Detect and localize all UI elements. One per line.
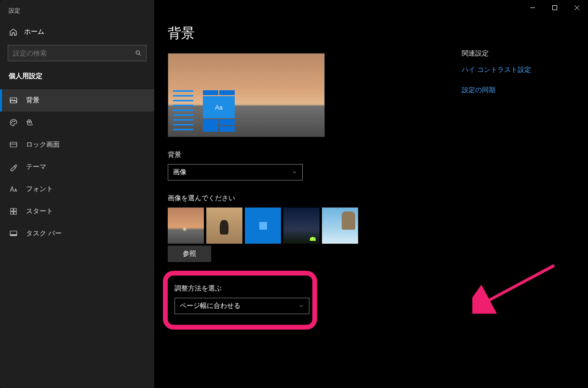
sidebar: 設定 ホーム 個人用設定 背景 色 ロック画面 テーマ — [0, 0, 154, 388]
search-input[interactable] — [8, 49, 131, 57]
image-thumbnails — [168, 208, 438, 244]
nav-item-lockscreen[interactable]: ロック画面 — [0, 134, 154, 156]
thumbnail-3[interactable] — [245, 208, 281, 244]
nav-item-start[interactable]: スタート — [0, 200, 154, 222]
color-icon — [9, 118, 18, 127]
svg-rect-9 — [14, 208, 16, 211]
maximize-button[interactable] — [544, 0, 566, 15]
search-icon — [131, 50, 146, 56]
related-settings-heading: 関連設定 — [462, 49, 531, 58]
link-sync-settings[interactable]: 設定の同期 — [462, 86, 531, 95]
nav-label: 背景 — [26, 96, 40, 105]
fit-select-label: 調整方法を選ぶ — [174, 284, 306, 293]
link-high-contrast[interactable]: ハイ コントラスト設定 — [462, 66, 531, 74]
background-icon — [9, 96, 18, 105]
browse-button[interactable]: 参照 — [168, 246, 211, 262]
home-label: ホーム — [24, 28, 44, 36]
section-label: 個人用設定 — [0, 72, 154, 89]
preview-aa: Aa — [203, 96, 235, 118]
background-select-label: 背景 — [168, 151, 438, 159]
home-icon — [9, 28, 17, 36]
nav-item-colors[interactable]: 色 — [0, 111, 154, 134]
font-icon — [9, 184, 18, 194]
svg-point-5 — [14, 121, 15, 122]
fit-select[interactable]: ページ幅に合わせる — [174, 298, 309, 314]
nav-label: タスク バー — [26, 229, 62, 238]
nav-label: テーマ — [26, 163, 46, 171]
nav-item-fonts[interactable]: フォント — [0, 178, 154, 200]
start-icon — [9, 207, 18, 216]
theme-icon — [9, 162, 18, 172]
svg-rect-11 — [14, 212, 16, 214]
thumbnail-2[interactable] — [206, 208, 242, 244]
svg-line-1 — [139, 54, 140, 55]
nav-item-background[interactable]: 背景 — [0, 89, 154, 111]
window-controls — [521, 0, 588, 15]
main-panel: 背景 Aa 背景 画像 画像を選んでください — [154, 0, 588, 388]
minimize-button[interactable] — [521, 0, 544, 15]
annotation-highlight: 調整方法を選ぶ ページ幅に合わせる — [163, 271, 317, 330]
nav-label: ロック画面 — [26, 140, 60, 149]
background-select-value: 画像 — [173, 168, 187, 177]
desktop-preview: Aa — [168, 53, 325, 137]
nav-label: 色 — [26, 118, 33, 127]
search-box[interactable] — [8, 45, 147, 61]
svg-point-4 — [13, 121, 13, 122]
window-title: 設定 — [0, 0, 154, 21]
choose-image-label: 画像を選んでください — [168, 194, 438, 203]
svg-rect-13 — [10, 235, 17, 236]
svg-rect-10 — [11, 212, 13, 214]
nav-label: スタート — [26, 207, 53, 216]
nav-item-taskbar[interactable]: タスク バー — [0, 222, 154, 245]
svg-point-0 — [136, 51, 139, 54]
home-button[interactable]: ホーム — [0, 21, 154, 45]
page-heading: 背景 — [168, 24, 438, 42]
close-button[interactable] — [566, 0, 588, 15]
nav-label: フォント — [26, 185, 53, 194]
svg-point-3 — [12, 122, 13, 123]
chevron-down-icon — [298, 303, 304, 309]
nav-item-themes[interactable]: テーマ — [0, 156, 154, 178]
background-select[interactable]: 画像 — [168, 164, 303, 180]
lockscreen-icon — [9, 140, 18, 150]
chevron-down-icon — [292, 169, 297, 175]
thumbnail-4[interactable] — [283, 208, 320, 244]
thumbnail-1[interactable] — [168, 208, 204, 244]
fit-select-value: ページ幅に合わせる — [180, 302, 241, 310]
svg-rect-8 — [11, 208, 13, 211]
thumbnail-5[interactable] — [322, 208, 358, 244]
taskbar-icon — [9, 229, 18, 238]
svg-rect-6 — [10, 142, 17, 147]
svg-rect-15 — [553, 6, 557, 10]
